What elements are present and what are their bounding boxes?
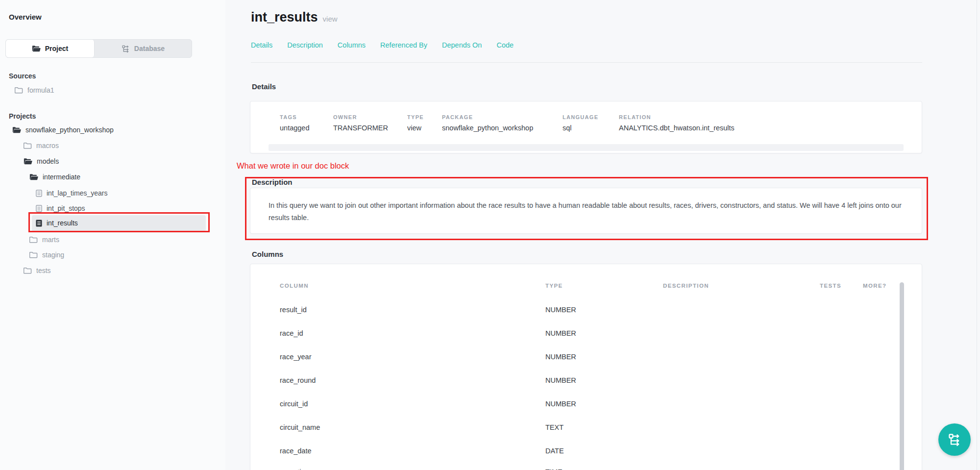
tree-item-formula1[interactable]: formula1 xyxy=(15,82,54,98)
window-edge xyxy=(977,0,977,470)
tree-item-label: marts xyxy=(42,236,59,244)
table-row-circuit-id[interactable]: circuit_id NUMBER xyxy=(250,392,922,416)
tab-database-label: Database xyxy=(134,45,165,52)
tab-project[interactable]: Project xyxy=(6,40,95,57)
columns-table-body: result_id NUMBER race_id NUMBER race_yea… xyxy=(250,298,922,470)
detail-label: RELATION xyxy=(619,114,922,120)
folder-closed-icon xyxy=(29,236,38,243)
nav-link-details[interactable]: Details xyxy=(251,41,272,49)
detail-value: snowflake_python_workshop xyxy=(442,124,563,132)
table-row-result-id[interactable]: result_id NUMBER xyxy=(250,298,922,322)
column-header-description: DESCRIPTION xyxy=(663,283,709,289)
table-row-race-date[interactable]: race_date DATE xyxy=(250,439,922,463)
detail-label: TYPE xyxy=(407,114,442,120)
column-name: race_round xyxy=(280,376,316,384)
column-header-more: MORE? xyxy=(863,283,887,289)
nav-link-description[interactable]: Description xyxy=(287,41,323,49)
detail-field-owner: OWNER TRANSFORMER xyxy=(333,114,407,132)
nav-divider xyxy=(251,62,922,63)
detail-value: view xyxy=(407,124,442,132)
file-icon xyxy=(36,190,42,197)
column-name: race_date xyxy=(280,447,312,455)
page-title: int_resultsview xyxy=(251,10,338,25)
file-icon xyxy=(36,205,42,212)
column-name: circuit_name xyxy=(280,423,320,431)
tree-item-models[interactable]: models xyxy=(24,153,59,169)
details-fields: TAGS untagged OWNER TRANSFORMER TYPE vie… xyxy=(250,101,922,132)
table-row-circuit-name[interactable]: circuit_name TEXT xyxy=(250,416,922,439)
details-heading: Details xyxy=(252,82,276,91)
folder-open-icon xyxy=(29,173,38,181)
description-heading: Description xyxy=(252,178,293,186)
tree-item-label: intermediate xyxy=(43,173,80,181)
column-type: NUMBER xyxy=(545,376,576,384)
file-filled-icon xyxy=(36,220,42,227)
column-header-column: COLUMN xyxy=(280,283,309,289)
tree-item-label: int_pit_stops xyxy=(47,204,85,212)
column-name: race_time xyxy=(280,468,311,470)
tree-item-label: models xyxy=(37,157,59,165)
details-card-footer-strip xyxy=(269,144,904,151)
tree-item-macros[interactable]: macros xyxy=(24,138,59,153)
column-header-type: TYPE xyxy=(545,283,563,289)
detail-label: LANGUAGE xyxy=(563,114,619,120)
detail-value: ANALYTICS.dbt_hwatson.int_results xyxy=(619,124,922,132)
tree-item-int-pit-stops[interactable]: int_pit_stops xyxy=(36,200,85,216)
column-name: result_id xyxy=(280,306,307,314)
table-scrollbar-thumb[interactable] xyxy=(900,282,904,470)
tree-item-label: staging xyxy=(42,251,64,259)
tree-item-label: int_lap_times_years xyxy=(47,189,108,197)
tab-database[interactable]: Database xyxy=(95,40,192,57)
columns-card: COLUMN TYPE DESCRIPTION TESTS MORE? resu… xyxy=(250,264,922,470)
tree-item-snowflake-python-workshop[interactable]: snowflake_python_workshop xyxy=(12,122,114,138)
sources-label: Sources xyxy=(9,72,36,80)
model-name: int_results xyxy=(251,10,318,25)
nav-link-referenced-by[interactable]: Referenced By xyxy=(380,41,427,49)
folder-closed-icon xyxy=(15,87,23,94)
tab-project-label: Project xyxy=(45,45,68,52)
detail-field-relation: RELATION ANALYTICS.dbt_hwatson.int_resul… xyxy=(619,114,922,132)
nav-link-code[interactable]: Code xyxy=(496,41,514,49)
nav-link-depends-on[interactable]: Depends On xyxy=(442,41,482,49)
tree-item-label: formula1 xyxy=(27,86,54,94)
column-name: race_year xyxy=(280,353,311,361)
nav-link-columns[interactable]: Columns xyxy=(338,41,366,49)
table-row-race-year[interactable]: race_year NUMBER xyxy=(250,345,922,369)
folder-open-icon xyxy=(32,45,41,52)
view-switcher: Project Database xyxy=(5,39,192,58)
tree-item-tests[interactable]: tests xyxy=(24,263,51,278)
column-type: DATE xyxy=(545,447,564,455)
tree-item-int-results[interactable]: int_results xyxy=(36,215,78,231)
folder-closed-icon xyxy=(24,142,32,149)
lineage-icon xyxy=(948,433,961,446)
detail-value: untagged xyxy=(280,124,333,132)
folder-open-icon xyxy=(12,126,21,134)
folder-closed-icon xyxy=(24,267,32,274)
detail-label: PACKAGE xyxy=(442,114,563,120)
detail-field-package: PACKAGE snowflake_python_workshop xyxy=(442,114,563,132)
lineage-graph-button[interactable] xyxy=(938,423,971,456)
table-row-race-time[interactable]: race_time TIME xyxy=(250,460,922,470)
detail-field-tags: TAGS untagged xyxy=(280,114,333,132)
column-type: NUMBER xyxy=(545,329,576,337)
detail-label: OWNER xyxy=(333,114,407,120)
column-type: NUMBER xyxy=(545,306,576,314)
sidebar-title: Overview xyxy=(9,13,42,21)
materialization-badge: view xyxy=(323,15,338,23)
column-header-tests: TESTS xyxy=(820,283,841,289)
tree-item-label: macros xyxy=(36,142,59,149)
columns-heading: Columns xyxy=(252,250,283,258)
description-text: In this query we want to join out other … xyxy=(250,188,922,224)
tree-item-marts[interactable]: marts xyxy=(29,232,59,247)
column-type: TEXT xyxy=(545,423,564,431)
tree-item-int-lap-times-years[interactable]: int_lap_times_years xyxy=(36,185,108,201)
tree-item-intermediate[interactable]: intermediate xyxy=(29,169,80,185)
table-row-race-round[interactable]: race_round NUMBER xyxy=(250,369,922,392)
section-nav: Details Description Columns Referenced B… xyxy=(251,41,514,49)
description-card: In this query we want to join out other … xyxy=(250,188,922,234)
column-type: TIME xyxy=(545,468,563,470)
table-row-race-id[interactable]: race_id NUMBER xyxy=(250,322,922,345)
tree-item-staging[interactable]: staging xyxy=(29,247,64,263)
detail-label: TAGS xyxy=(280,114,333,120)
column-name: circuit_id xyxy=(280,400,308,408)
